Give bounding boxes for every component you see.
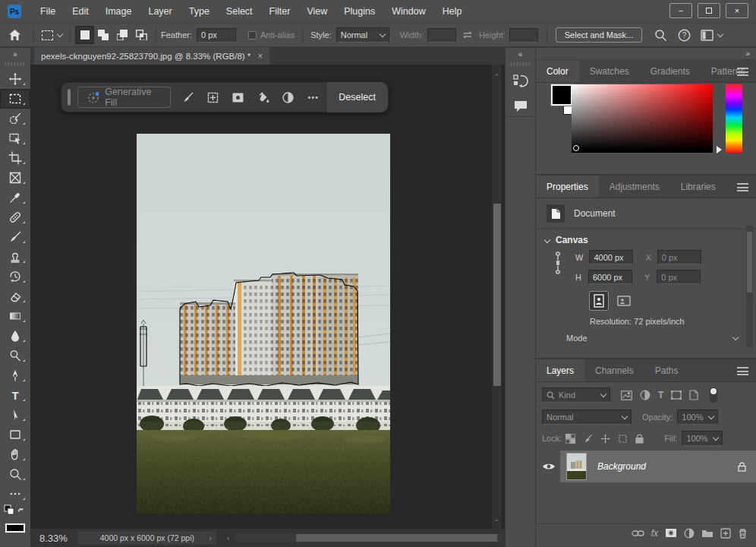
filter-pixel-layers-button[interactable] (621, 390, 632, 400)
photoshop-logo-icon[interactable]: Ps (8, 5, 21, 18)
menu-image[interactable]: Image (97, 0, 140, 23)
collapse-panels-button[interactable]: « (506, 50, 535, 59)
layer-thumbnail[interactable] (566, 453, 587, 480)
tab-layers[interactable]: Layers (536, 359, 584, 381)
filter-adjustment-layers-button[interactable] (640, 390, 650, 400)
new-layer-icon[interactable] (720, 528, 731, 539)
hand-tool[interactable] (0, 444, 30, 464)
frame-tool[interactable] (0, 168, 30, 188)
menu-file[interactable]: File (32, 0, 64, 23)
zoom-level[interactable]: 8.33% (39, 533, 68, 544)
healing-brush-tool[interactable] (0, 207, 30, 227)
landscape-orientation-button[interactable] (614, 291, 634, 311)
maximize-button[interactable] (698, 3, 720, 18)
tab-color[interactable]: Color (536, 60, 579, 82)
select-and-mask-button[interactable]: Select and Mask... (556, 27, 643, 43)
layer-name[interactable]: Background (597, 461, 738, 472)
help-button[interactable]: ? (678, 29, 691, 42)
document-info[interactable]: 4000 px x 6000 px (72 ppi) › (78, 531, 216, 545)
new-selection-mode-button[interactable] (75, 26, 94, 44)
more-options-button[interactable]: ••• (301, 87, 326, 108)
fill-selection-button[interactable] (250, 87, 276, 108)
lock-position-button[interactable] (600, 434, 610, 444)
eraser-tool[interactable] (0, 286, 30, 306)
filter-type-layers-button[interactable]: T (658, 390, 663, 400)
marquee-tool-preset[interactable] (39, 30, 65, 40)
home-button[interactable] (0, 29, 29, 41)
history-brush-tool[interactable] (0, 267, 30, 286)
vertical-scrollbar-thumb[interactable] (493, 204, 501, 386)
eyedropper-tool[interactable] (0, 188, 30, 207)
vertical-scrollbar[interactable]: ⌃ ⌄ (492, 65, 502, 529)
dodge-tool[interactable] (0, 346, 30, 365)
tab-paths[interactable]: Paths (644, 359, 689, 381)
menu-plugins[interactable]: Plugins (335, 0, 383, 23)
tab-channels[interactable]: Channels (584, 359, 644, 381)
move-tool[interactable] (0, 69, 30, 89)
menu-layer[interactable]: Layer (140, 0, 180, 23)
kind-filter-select[interactable]: Kind (542, 387, 610, 403)
comments-panel-button[interactable] (513, 100, 528, 113)
toolbar-grip[interactable] (5, 62, 25, 66)
portrait-orientation-button[interactable] (589, 291, 609, 311)
opacity-select[interactable]: 100% (677, 409, 718, 425)
properties-scrollbar[interactable] (746, 226, 753, 347)
path-selection-tool[interactable] (0, 405, 30, 425)
layer-row-background[interactable]: Background (536, 451, 756, 482)
panel-menu-icon[interactable] (737, 367, 748, 375)
crop-tool[interactable] (0, 148, 30, 168)
menu-type[interactable]: Type (181, 0, 218, 23)
panel-menu-icon[interactable] (737, 68, 748, 76)
menu-select[interactable]: Select (218, 0, 261, 23)
menu-help[interactable]: Help (434, 0, 471, 23)
intersect-selection-mode-button[interactable] (132, 26, 151, 44)
style-select[interactable]: Normal (336, 27, 389, 43)
blur-tool[interactable] (0, 326, 30, 346)
canvas-area[interactable]: Generative Fill ••• Deselect ⌃ ⌄ (30, 65, 505, 529)
tab-adjustments[interactable]: Adjustments (599, 175, 670, 198)
document-tab[interactable]: pexels-cknguyen92-25823790.jpg @ 8.33% (… (34, 47, 269, 65)
zoom-tool[interactable] (0, 464, 30, 484)
canvas-height-input[interactable] (588, 270, 632, 284)
tab-properties[interactable]: Properties (536, 175, 599, 198)
lock-transparent-pixels-button[interactable] (565, 434, 575, 444)
menu-edit[interactable]: Edit (64, 0, 97, 23)
layer-effects-icon[interactable]: fx (651, 528, 658, 539)
history-panel-button[interactable] (512, 74, 529, 89)
menu-filter[interactable]: Filter (261, 0, 299, 23)
type-tool[interactable]: T (0, 385, 30, 405)
rectangle-tool[interactable] (0, 425, 30, 444)
search-button[interactable] (654, 29, 667, 42)
create-mask-button[interactable] (225, 87, 250, 108)
clone-stamp-tool[interactable] (0, 247, 30, 267)
visibility-eye-icon[interactable] (542, 462, 556, 471)
taskbar-grip[interactable] (68, 89, 71, 106)
workspace-switcher[interactable] (701, 30, 723, 41)
add-to-selection-mode-button[interactable] (94, 26, 113, 44)
gradient-tool[interactable] (0, 306, 30, 326)
lock-image-pixels-button[interactable] (583, 434, 593, 444)
horizontal-scrollbar[interactable] (235, 533, 503, 542)
properties-scrollbar-thumb[interactable] (747, 232, 752, 292)
menu-view[interactable]: View (298, 0, 335, 23)
expand-toolbar-button[interactable]: » (0, 50, 30, 59)
canvas-width-input[interactable] (589, 250, 633, 264)
height-input[interactable] (509, 28, 538, 43)
add-mask-icon[interactable] (665, 528, 677, 538)
invert-selection-button[interactable] (276, 87, 301, 108)
close-button[interactable]: × (726, 3, 748, 18)
canvas-x-input[interactable] (657, 250, 701, 264)
filter-smart-objects-button[interactable] (689, 390, 698, 400)
feather-input[interactable] (197, 28, 236, 43)
panel-menu-icon[interactable] (737, 183, 748, 191)
blend-mode-select[interactable]: Normal (542, 409, 632, 425)
foreground-color-swatch[interactable] (0, 522, 30, 534)
layer-lock-icon[interactable] (738, 462, 746, 472)
menu-window[interactable]: Window (383, 0, 433, 23)
scroll-up-icon[interactable]: ⌃ (493, 74, 500, 81)
anti-alias-checkbox[interactable]: Anti-alias (248, 30, 295, 40)
select-subject-button[interactable] (175, 87, 200, 108)
strip-grip[interactable] (511, 62, 531, 66)
lock-all-button[interactable] (635, 434, 644, 444)
lock-artboard-button[interactable] (618, 434, 628, 444)
